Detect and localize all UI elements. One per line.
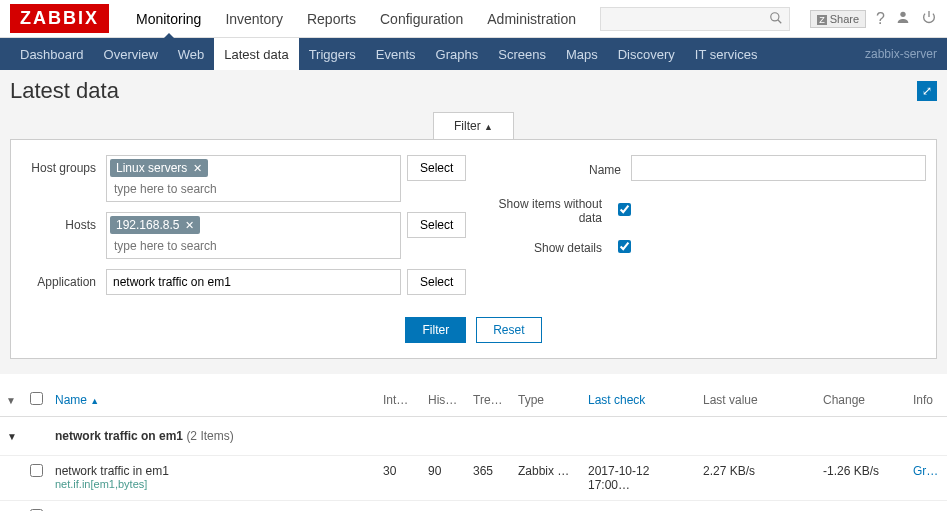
show-items-without-data-label: Show items without data	[496, 193, 612, 225]
subnav-it-services[interactable]: IT services	[685, 38, 768, 70]
triangle-down-icon: ▼	[6, 395, 16, 406]
subnav-web[interactable]: Web	[168, 38, 215, 70]
user-icon[interactable]	[895, 9, 911, 29]
subnav-discovery[interactable]: Discovery	[608, 38, 685, 70]
cell-trends: 365	[467, 456, 512, 501]
hosts-input[interactable]: 192.168.8.5✕	[106, 212, 401, 259]
expand-icon: ⤢	[922, 84, 932, 98]
sub-nav: Dashboard Overview Web Latest data Trigg…	[0, 38, 947, 70]
page-title: Latest data	[10, 78, 917, 104]
svg-point-2	[900, 11, 905, 16]
cell-last-value: 82 B/s	[697, 501, 817, 512]
group-collapse[interactable]: ▼	[0, 417, 24, 456]
table-row: network traffic out em1 net.if.out[em1,b…	[0, 501, 947, 512]
cell-change: -318 B/s	[817, 501, 907, 512]
subnav-dashboard[interactable]: Dashboard	[10, 38, 94, 70]
share-button[interactable]: ZShare	[810, 10, 866, 28]
global-search[interactable]	[600, 7, 790, 31]
application-select-button[interactable]: Select	[407, 269, 466, 295]
topnav-inventory[interactable]: Inventory	[213, 0, 295, 38]
cell-type: Zabbix …	[512, 456, 582, 501]
col-history[interactable]: His…	[422, 384, 467, 417]
topnav-configuration[interactable]: Configuration	[368, 0, 475, 38]
power-icon[interactable]	[921, 9, 937, 29]
svg-point-0	[771, 12, 779, 20]
subnav-maps[interactable]: Maps	[556, 38, 608, 70]
host-tag[interactable]: 192.168.8.5✕	[110, 216, 200, 234]
reset-button[interactable]: Reset	[476, 317, 541, 343]
latest-data-table: ▼ Name ▲ Int… His… Tre… Type Last check …	[0, 384, 947, 511]
subnav-latest-data[interactable]: Latest data	[214, 38, 298, 70]
cell-history: 90	[422, 501, 467, 512]
subnav-screens[interactable]: Screens	[488, 38, 556, 70]
expand-all-header[interactable]: ▼	[0, 384, 24, 417]
triangle-down-icon: ▼	[7, 431, 17, 442]
help-icon[interactable]: ?	[876, 10, 885, 28]
remove-tag-icon[interactable]: ✕	[193, 162, 202, 175]
cell-interval: 30	[377, 456, 422, 501]
logo[interactable]: ZABBIX	[10, 4, 109, 33]
cell-interval: 30	[377, 501, 422, 512]
hosts-label: Hosts	[21, 212, 106, 232]
topnav-monitoring[interactable]: Monitoring	[124, 0, 213, 38]
name-input[interactable]	[631, 155, 926, 181]
table-row: network traffic in em1 net.if.in[em1,byt…	[0, 456, 947, 501]
group-count: (2 Items)	[186, 429, 233, 443]
top-nav: ZABBIX Monitoring Inventory Reports Conf…	[0, 0, 947, 38]
filter-button[interactable]: Filter	[405, 317, 466, 343]
col-last-value: Last value	[697, 384, 817, 417]
col-type[interactable]: Type	[512, 384, 582, 417]
col-change: Change	[817, 384, 907, 417]
row-checkbox[interactable]	[30, 464, 43, 477]
cell-last-value: 2.27 KB/s	[697, 456, 817, 501]
host-groups-select-button[interactable]: Select	[407, 155, 466, 181]
topnav-reports[interactable]: Reports	[295, 0, 368, 38]
select-all-checkbox[interactable]	[30, 392, 43, 405]
graph-link[interactable]: Gr…	[913, 464, 938, 478]
group-row: ▼ network traffic on em1 (2 Items)	[0, 417, 947, 456]
show-items-without-data-checkbox[interactable]	[618, 203, 631, 216]
hosts-search[interactable]	[110, 237, 397, 255]
group-name: network traffic on em1	[55, 429, 183, 443]
name-label: Name	[496, 159, 631, 177]
host-groups-input[interactable]: Linux servers✕	[106, 155, 401, 202]
hosts-select-button[interactable]: Select	[407, 212, 466, 238]
search-icon	[769, 11, 783, 28]
page-header: Latest data ⤢	[0, 70, 947, 112]
col-info: Info	[907, 384, 947, 417]
cell-change: -1.26 KB/s	[817, 456, 907, 501]
subnav-events[interactable]: Events	[366, 38, 426, 70]
server-name: zabbix-server	[865, 47, 937, 61]
filter-section: Filter ▲ Host groups Linux servers✕ Sele…	[0, 112, 947, 374]
cell-type: Zabbix …	[512, 501, 582, 512]
col-interval[interactable]: Int…	[377, 384, 422, 417]
show-details-label: Show details	[496, 237, 612, 255]
cell-last-check: 2017-10-12 17:00…	[582, 456, 697, 501]
host-group-tag[interactable]: Linux servers✕	[110, 159, 208, 177]
topnav-administration[interactable]: Administration	[475, 0, 588, 38]
fullscreen-button[interactable]: ⤢	[917, 81, 937, 101]
host-groups-label: Host groups	[21, 155, 106, 175]
cell-last-check: 2017-10-12 17:00…	[582, 501, 697, 512]
col-name[interactable]: Name ▲	[49, 384, 377, 417]
svg-line-1	[778, 19, 782, 23]
cell-history: 90	[422, 456, 467, 501]
item-key: net.if.in[em1,bytes]	[55, 478, 371, 490]
cell-trends: 365	[467, 501, 512, 512]
subnav-overview[interactable]: Overview	[94, 38, 168, 70]
col-last-check[interactable]: Last check	[582, 384, 697, 417]
item-name: network traffic in em1	[55, 464, 371, 478]
subnav-graphs[interactable]: Graphs	[426, 38, 489, 70]
host-groups-search[interactable]	[110, 180, 397, 198]
zabbix-z-icon: Z	[817, 15, 827, 25]
filter-toggle[interactable]: Filter ▲	[433, 112, 514, 139]
remove-tag-icon[interactable]: ✕	[185, 219, 194, 232]
application-input[interactable]	[106, 269, 401, 295]
show-details-checkbox[interactable]	[618, 240, 631, 253]
subnav-triggers[interactable]: Triggers	[299, 38, 366, 70]
triangle-up-icon: ▲	[484, 122, 493, 132]
application-label: Application	[21, 269, 106, 289]
col-trends[interactable]: Tre…	[467, 384, 512, 417]
sort-asc-icon: ▲	[90, 396, 99, 406]
